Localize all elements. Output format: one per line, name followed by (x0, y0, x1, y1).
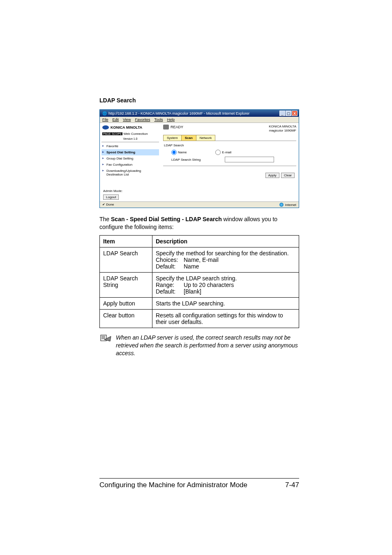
status-internet: Internet (285, 203, 296, 207)
tab-scan[interactable]: Scan (181, 135, 196, 141)
tab-network[interactable]: Network (196, 135, 215, 141)
ready-text: READY (171, 125, 183, 129)
apply-button[interactable]: Apply (265, 173, 279, 178)
radio-name-label: Name (178, 150, 187, 154)
cell-item: Clear button (100, 309, 152, 328)
ps-text: Web Connection (123, 132, 148, 136)
maximize-button[interactable]: ▢ (286, 111, 291, 116)
globe-icon (279, 203, 284, 207)
pagescope-logo: PAGE SCOPEWeb Connection (101, 131, 159, 136)
cell-desc: Starts the LDAP searching. (152, 297, 299, 309)
radio-name[interactable]: Name (171, 150, 187, 155)
radio-name-input[interactable] (171, 150, 177, 155)
ie-window: 🌐 http://192.168.1.2 - KONICA MINOLTA ma… (99, 109, 299, 208)
nav-download-upload[interactable]: Downloading/Uploading Destination List (101, 168, 159, 178)
radio-email-label: E-mail (222, 150, 231, 154)
status-ready: READY (163, 125, 183, 130)
minimize-button[interactable]: _ (279, 111, 285, 116)
ie-menubar: File Edit View Favorites Tools Help (100, 117, 299, 123)
radio-email[interactable]: E-mail (215, 150, 231, 155)
menu-view[interactable]: View (123, 118, 131, 122)
clear-button[interactable]: Clear (281, 173, 295, 178)
footer-page-number: 7-47 (285, 481, 299, 489)
right-column: READY KONICA MINOLTA magicolor 1690MF Sy… (161, 123, 299, 201)
note-text: When an LDAP server is used, the correct… (116, 334, 299, 357)
cell-item: LDAP Search (100, 247, 152, 272)
radio-email-input[interactable] (215, 150, 221, 155)
note: When an LDAP server is used, the correct… (99, 334, 299, 357)
nav-fax-config[interactable]: Fax Configuration (101, 162, 159, 168)
admin-mode-label: Admin Mode: (101, 189, 159, 193)
search-string-label: LDAP Search String (171, 158, 225, 162)
section-title: LDAP Search (99, 97, 299, 104)
pane-title: LDAP Search (164, 143, 296, 147)
nav-group-dial[interactable]: Group Dial Setting (101, 155, 159, 162)
nav-favorite[interactable]: Favorite (101, 143, 159, 149)
page-footer: Configuring the Machine for Administrato… (99, 478, 299, 489)
printer-icon (163, 125, 169, 130)
cell-desc: Specify the method for searching for the… (152, 247, 299, 272)
footer-left: Configuring the Machine for Administrato… (99, 481, 247, 489)
close-button[interactable]: X (292, 111, 297, 116)
menu-help[interactable]: Help (167, 118, 175, 122)
cell-desc: Specify the LDAP search string. Range:Up… (152, 272, 299, 297)
status-done: ✔ Done (102, 203, 114, 207)
table-row: LDAP Search Specify the method for searc… (100, 247, 299, 272)
ps-badge: PAGE SCOPE (102, 132, 122, 135)
km-oval-icon (102, 125, 109, 130)
cell-desc: Resets all configuration settings for th… (152, 309, 299, 328)
ie-title: http://192.168.1.2 - KONICA MINOLTA magi… (108, 111, 249, 116)
version-text: Version 1.0 (101, 136, 159, 141)
note-icon (100, 334, 112, 342)
tab-system[interactable]: System (163, 135, 182, 141)
menu-favorites[interactable]: Favorites (135, 118, 150, 122)
table-row: Apply button Starts the LDAP searching. (100, 297, 299, 309)
menu-edit[interactable]: Edit (113, 118, 119, 122)
menu-file[interactable]: File (102, 118, 108, 122)
tabs-row: System Scan Network (163, 135, 296, 141)
table-row: Clear button Resets all configuration se… (100, 309, 299, 328)
left-column: KONICA MINOLTA PAGE SCOPEWeb Connection … (100, 123, 161, 201)
search-string-input[interactable] (225, 157, 274, 162)
logout-button[interactable]: Logout (103, 194, 119, 200)
brand-right-model: magicolor 1690MF (269, 129, 296, 133)
ie-statusbar: ✔ Done Internet (100, 201, 299, 208)
menu-tools[interactable]: Tools (154, 118, 163, 122)
th-item: Item (100, 235, 152, 247)
items-table: Item Description LDAP Search Specify the… (99, 235, 299, 328)
table-row: LDAP Search String Specify the LDAP sear… (100, 272, 299, 297)
th-desc: Description (152, 235, 299, 247)
intro-text: The Scan - Speed Dial Setting - LDAP Sea… (99, 215, 299, 231)
km-logo: KONICA MINOLTA (101, 125, 159, 131)
ie-titlebar: 🌐 http://192.168.1.2 - KONICA MINOLTA ma… (100, 110, 299, 117)
km-logo-text: KONICA MINOLTA (111, 125, 142, 130)
brand-right-km: KONICA MINOLTA (269, 125, 296, 129)
brand-right: KONICA MINOLTA magicolor 1690MF (269, 125, 296, 132)
ie-icon: 🌐 (102, 111, 107, 116)
nav-speed-dial[interactable]: Speed Dial Setting (101, 149, 159, 155)
cell-item: LDAP Search String (100, 272, 152, 297)
cell-item: Apply button (100, 297, 152, 309)
